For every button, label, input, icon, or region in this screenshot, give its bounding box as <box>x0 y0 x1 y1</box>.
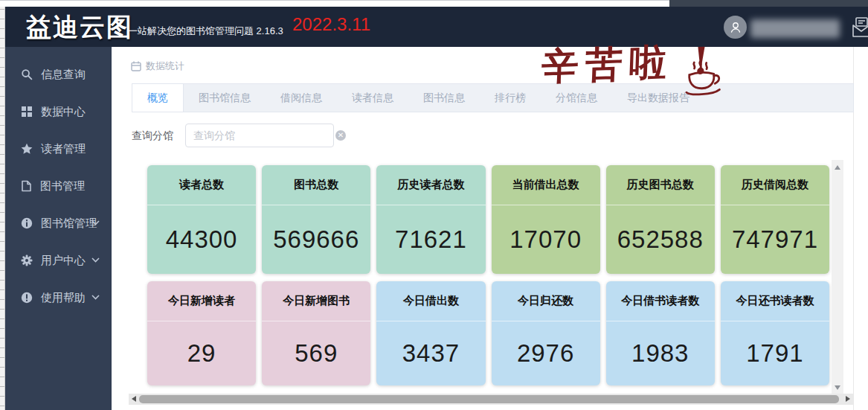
tab-book-info[interactable]: 图书信息 <box>408 84 480 112</box>
tab-library-info[interactable]: 图书馆信息 <box>184 84 266 112</box>
message-envelope-icon[interactable] <box>852 16 868 39</box>
stat-card-title: 今日借书读者数 <box>606 281 715 321</box>
stat-card-title: 今日借出数 <box>376 281 485 321</box>
sidebar-item-label: 图书馆管理 <box>41 217 97 231</box>
star-icon <box>21 143 33 155</box>
stat-card-title: 当前借出总数 <box>492 165 600 205</box>
tab-ranking[interactable]: 排行榜 <box>480 84 541 112</box>
stat-card: 今日归还数 2976 <box>492 281 600 385</box>
stat-card-title: 历史图书总数 <box>606 165 715 205</box>
person-avatar-icon <box>729 21 742 34</box>
tab-export-report[interactable]: 导出数据报告 <box>612 84 704 112</box>
stat-card: 历史图书总数 652588 <box>606 165 715 274</box>
info-circle-icon <box>21 217 33 229</box>
top-edge-band-dark <box>669 0 868 7</box>
branch-search-box: ✕ <box>185 124 334 147</box>
circle-x-icon[interactable]: ✕ <box>335 130 346 141</box>
chevron-down-icon <box>91 220 100 225</box>
stat-card: 图书总数 569666 <box>262 165 370 274</box>
scroll-down-arrow-icon[interactable] <box>835 385 840 390</box>
stat-card-value: 652588 <box>606 205 715 274</box>
user-avatar[interactable] <box>724 16 747 39</box>
stat-card: 今日还书读者数 1791 <box>721 281 829 385</box>
stat-card: 今日借出数 3437 <box>376 281 485 385</box>
sidebar-item-label: 使用帮助 <box>41 291 86 305</box>
stat-card-title: 历史借阅总数 <box>721 165 829 205</box>
document-icon <box>21 180 32 192</box>
tab-bar: 概览 图书馆信息 借阅信息 读者信息 图书信息 排行榜 分馆信息 导出数据报告 <box>132 83 854 112</box>
app-header: 益迪云图 一站解决您的图书馆管理问题 2.16.3 2022.3.11 <box>5 7 868 47</box>
stat-card-title: 历史读者总数 <box>376 165 485 205</box>
scroll-up-arrow-icon[interactable] <box>835 165 840 170</box>
stat-card: 历史读者总数 71621 <box>376 165 485 274</box>
horizontal-scrollbar[interactable] <box>129 394 853 405</box>
horizontal-scrollbar-thumb[interactable] <box>139 395 839 403</box>
stat-card-value: 17070 <box>492 205 600 274</box>
stat-card-title: 今日还书读者数 <box>721 281 829 321</box>
search-icon <box>21 68 33 80</box>
stat-card-value: 1983 <box>606 321 715 385</box>
tab-reader-info[interactable]: 读者信息 <box>337 84 408 112</box>
stat-card-value: 2976 <box>492 321 600 385</box>
vertical-scrollbar[interactable] <box>832 160 843 395</box>
stat-card-title: 今日新增读者 <box>147 281 256 321</box>
tab-overview[interactable]: 概览 <box>132 84 184 112</box>
breadcrumb-label: 数据统计 <box>146 60 184 73</box>
stat-card-value: 747971 <box>721 205 829 274</box>
chevron-down-icon <box>91 257 100 263</box>
stat-card: 今日新增图书 569 <box>262 281 370 385</box>
grid-icon <box>21 106 33 118</box>
stat-card-title: 今日归还数 <box>492 281 600 321</box>
header-date: 2022.3.11 <box>292 14 370 35</box>
sidebar-item-user-center[interactable]: 用户中心 <box>5 242 112 279</box>
sidebar-item-label: 图书管理 <box>40 179 85 193</box>
stat-card-value: 3437 <box>376 321 485 385</box>
scroll-right-arrow-icon[interactable] <box>846 396 850 402</box>
stats-row-today: 今日新增读者 29 今日新增图书 569 今日借出数 3437 今日归还数 29… <box>147 281 829 385</box>
sidebar-nav: 信息查询 数据中心 读者管理 图书管理 图书馆管理 用户中心 使用帮助 <box>5 47 112 410</box>
stat-card: 今日新增读者 29 <box>147 281 256 385</box>
username-redacted <box>750 19 840 38</box>
sidebar-item-library-mgmt[interactable]: 图书馆管理 <box>5 205 112 242</box>
tab-borrow-info[interactable]: 借阅信息 <box>266 84 337 112</box>
stat-card-value: 44300 <box>147 205 256 274</box>
stat-card-title: 今日新增图书 <box>262 281 370 321</box>
screen-ruler-artifact <box>0 0 5 410</box>
chevron-down-icon <box>91 295 100 300</box>
branch-search-input[interactable] <box>186 129 335 141</box>
breadcrumb: 数据统计 <box>131 60 184 73</box>
app-logo: 益迪云图 <box>26 10 133 45</box>
stat-card-value: 29 <box>147 321 256 385</box>
stats-row-totals: 读者总数 44300 图书总数 569666 历史读者总数 71621 当前借出… <box>147 165 829 274</box>
stat-card: 读者总数 44300 <box>147 165 256 274</box>
tab-branch-info[interactable]: 分馆信息 <box>541 84 612 112</box>
stat-card-value: 71621 <box>376 205 485 274</box>
branch-search-label: 查询分馆 <box>132 129 173 143</box>
stat-card-title: 图书总数 <box>262 165 370 205</box>
scroll-left-arrow-icon[interactable] <box>132 396 136 402</box>
stat-card-title: 读者总数 <box>147 165 256 205</box>
sidebar-item-book-mgmt[interactable]: 图书管理 <box>5 167 112 205</box>
sidebar-item-data-center[interactable]: 数据中心 <box>5 93 112 130</box>
stat-card-value: 569 <box>262 321 370 385</box>
sidebar-item-label: 信息查询 <box>41 68 86 82</box>
stat-card-value: 569666 <box>262 205 370 274</box>
sidebar-item-label: 数据中心 <box>41 105 86 119</box>
stat-card-value: 1791 <box>721 321 829 385</box>
sidebar-item-info-query[interactable]: 信息查询 <box>5 56 112 93</box>
sidebar-item-label: 读者管理 <box>41 142 86 156</box>
help-circle-icon <box>21 292 33 304</box>
app-subtitle: 一站解决您的图书馆管理问题 2.16.3 <box>128 25 283 38</box>
calendar-icon <box>131 61 141 71</box>
stat-card: 今日借书读者数 1983 <box>606 281 715 385</box>
gear-icon <box>21 254 33 266</box>
sidebar-item-label: 用户中心 <box>41 254 86 268</box>
stat-card: 当前借出总数 17070 <box>492 165 600 274</box>
sidebar-item-help[interactable]: 使用帮助 <box>5 279 112 316</box>
stat-card: 历史借阅总数 747971 <box>721 165 829 274</box>
sidebar-item-reader-mgmt[interactable]: 读者管理 <box>5 130 112 167</box>
